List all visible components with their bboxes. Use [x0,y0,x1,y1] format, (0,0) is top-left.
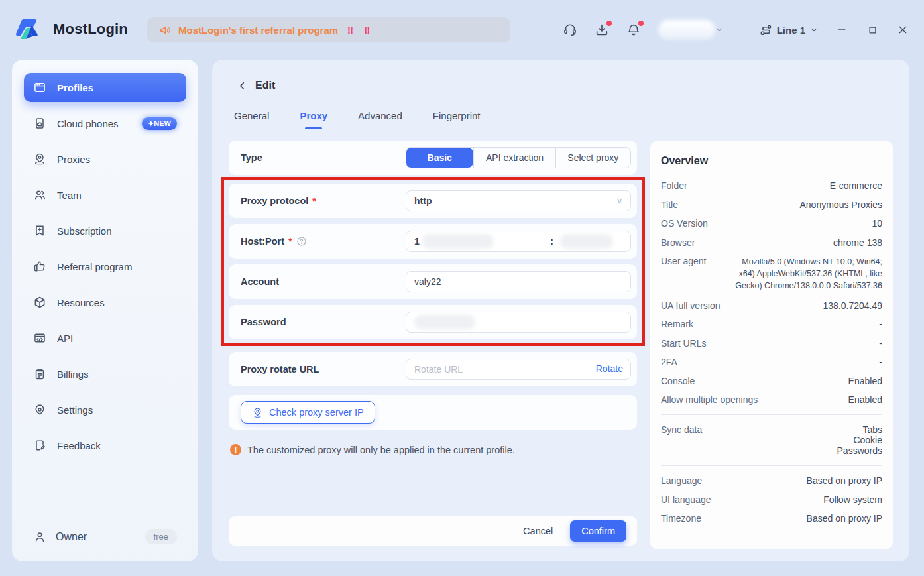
required-asterisk: * [288,236,292,247]
check-proxy-ip-button[interactable]: Check proxy server IP [241,401,375,424]
segment-select-proxy[interactable]: Select proxy [555,148,630,168]
overview-row-folder: Folder E-commerce [661,180,882,191]
sidebar-item-label: Billings [57,369,177,380]
divider [661,465,882,466]
sidebar-item-cloud-phones[interactable]: Cloud phones ✦NEW [24,109,186,138]
topbar-actions: Line 1 [563,0,909,60]
warning-icon: ! [230,444,241,455]
sidebar-item-referral-program[interactable]: Referral program [24,252,186,281]
minimize-button[interactable] [835,23,848,36]
highlight-box: Proxy protocol * http ∨ Host:Port * [221,177,645,346]
proxy-protocol-select[interactable]: http ∨ [406,190,631,211]
team-icon [33,188,46,202]
close-button[interactable] [896,23,909,36]
tab-proxy[interactable]: Proxy [296,110,331,129]
tab-fingerprint[interactable]: Fingerprint [429,110,485,129]
host-port-input[interactable]: 1 : [406,231,631,252]
colon-separator: : [550,236,553,247]
proxy-warning: ! The customized proxy will only be appl… [230,444,637,455]
rotate-button[interactable]: Rotate [596,363,623,374]
new-badge: ✦NEW [142,117,177,130]
host-port-row: Host:Port * 1 : [229,224,637,259]
proxy-protocol-row: Proxy protocol * http ∨ [229,184,637,218]
sidebar-item-subscription[interactable]: Subscription [24,216,186,245]
sidebar-item-label: Feedback [57,440,177,451]
divider [27,518,184,518]
cancel-button[interactable]: Cancel [523,526,553,536]
location-pin-icon [252,407,263,418]
plan-badge: free [145,529,177,544]
account-input[interactable] [406,271,631,292]
overview-title: Overview [661,155,882,167]
host-port-label: Host:Port [241,236,284,247]
host-visible-char: 1 [414,236,420,247]
sidebar-item-feedback[interactable]: Feedback [24,431,186,460]
overview-row-title: Title Anonymous Proxies [661,200,882,210]
referral-banner[interactable]: MostLogin's first referral program ‼ ‼ [147,17,510,42]
sidebar: Profiles Cloud phones ✦NEW Proxies Team … [12,60,198,561]
account-selector[interactable] [658,19,724,41]
thumbs-up-icon [33,260,46,273]
proxy-type-segmented-control: Basic API extraction Select proxy [406,147,631,168]
chevron-down-icon: ∨ [616,196,622,205]
tab-advanced[interactable]: Advanced [354,110,406,129]
download-icon[interactable] [595,23,609,37]
notification-dot [638,21,644,26]
owner-account[interactable]: Owner free [24,529,186,549]
help-icon[interactable] [296,236,307,247]
sidebar-item-label: Settings [57,404,177,416]
type-label: Type [241,152,406,163]
sidebar-item-api[interactable]: API [24,323,186,353]
password-label: Password [241,317,406,327]
password-row: Password [229,305,637,339]
divider [742,23,742,37]
app-logo: MostLogin [15,14,128,44]
segment-basic[interactable]: Basic [406,148,473,168]
confirm-button[interactable]: Confirm [570,520,626,542]
tab-general[interactable]: General [230,110,273,129]
sidebar-item-resources[interactable]: Resources [24,288,186,317]
back-navigation[interactable]: Edit [237,80,275,91]
main-panel: Edit General Proxy Advanced Fingerprint … [212,60,909,561]
package-icon [33,296,46,309]
bookmark-plus-icon [33,224,46,237]
mostlogin-logo-icon [15,14,45,44]
sidebar-item-billings[interactable]: Billings [24,359,186,388]
port-redacted [560,234,613,249]
overview-row-multiple-openings: Allow multiple openings Enabled [661,394,882,405]
sidebar-item-proxies[interactable]: Proxies [24,144,186,174]
divider [661,414,882,415]
page-title: Edit [255,80,275,91]
sidebar-item-team[interactable]: Team [24,180,186,209]
overview-row-language: Language Based on proxy IP [661,475,882,486]
support-headset-icon[interactable] [563,23,577,37]
bell-icon[interactable] [626,23,641,37]
sidebar-item-settings[interactable]: Settings [24,395,186,424]
overview-row-start-urls: Start URLs - [661,338,882,349]
person-icon [33,530,46,544]
sidebar-item-label: Team [57,190,177,201]
overview-row-remark: Remark - [661,319,882,329]
password-input[interactable] [406,312,631,333]
line-selector[interactable]: Line 1 [760,24,818,36]
banner-text: MostLogin's first referral program [178,25,338,36]
overview-row-browser: Browser chrome 138 [661,237,882,248]
account-label: Account [241,276,406,287]
account-name-redacted [658,20,715,40]
proxy-protocol-label: Proxy protocol [241,196,308,206]
proxy-form: Type Basic API extraction Select proxy P… [229,141,637,455]
password-redacted [414,315,475,329]
maximize-button[interactable] [866,23,879,36]
sidebar-item-label: Proxies [57,154,177,165]
exclamation-icon: ‼ [347,25,355,36]
segment-api-extraction[interactable]: API extraction [473,148,555,168]
sidebar-item-profiles[interactable]: Profiles [24,73,186,102]
sidebar-item-label: Referral program [57,261,177,272]
chevron-down-icon [810,26,818,34]
megaphone-icon [159,24,172,36]
account-row: Account [229,264,637,299]
sidebar-item-label: Profiles [57,82,177,93]
exclamation-icon: ‼ [364,25,371,36]
overview-row-2fa: 2FA - [661,357,882,367]
check-proxy-row: Check proxy server IP [229,395,637,430]
